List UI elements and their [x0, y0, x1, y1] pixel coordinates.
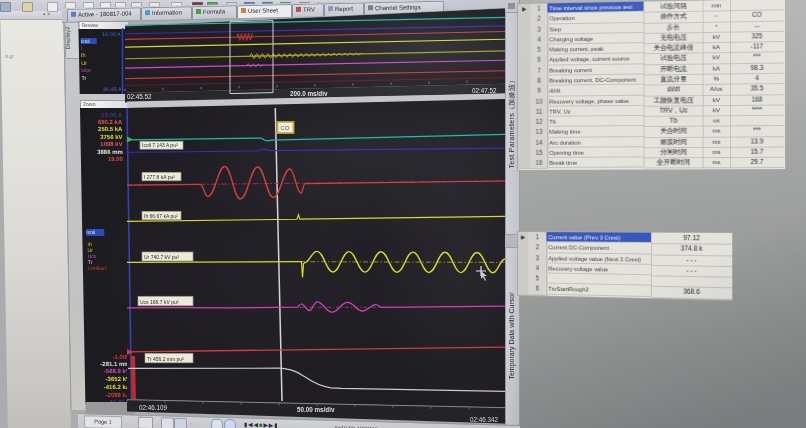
svg-text:Tr 456.2 mm pu²: Tr 456.2 mm pu² — [147, 356, 184, 362]
svg-text:CO: CO — [281, 125, 290, 131]
svg-text:I 277.8 kA pu²: I 277.8 kA pu² — [144, 174, 175, 180]
svg-text:50.00 ms/div: 50.00 ms/div — [297, 406, 335, 413]
svg-text:Icoil 7.143 A pu²: Icoil 7.143 A pu² — [142, 142, 178, 148]
svg-text:Ucs 166.7 kV pu²: Ucs 166.7 kV pu² — [140, 299, 179, 305]
svg-text:02:47.52: 02:47.52 — [472, 87, 497, 94]
svg-text:200.0 ms/div: 200.0 ms/div — [290, 90, 328, 97]
svg-text:Ih 66.67 kA pu²: Ih 66.67 kA pu² — [144, 213, 178, 219]
svg-text:Ur 740.7 kV pu²: Ur 740.7 kV pu² — [144, 254, 179, 260]
svg-text:02:45.52: 02:45.52 — [127, 93, 152, 100]
svg-text:02:46.342: 02:46.342 — [470, 416, 499, 423]
svg-text:02:46.109: 02:46.109 — [139, 404, 168, 411]
